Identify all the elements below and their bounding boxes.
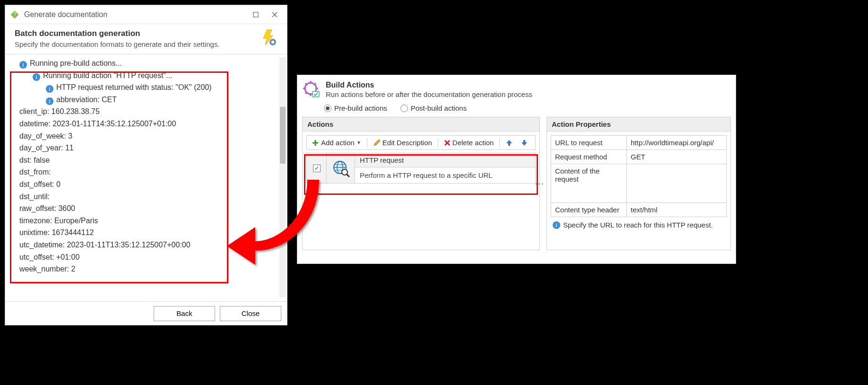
log-line: week_number: 2 <box>10 263 278 275</box>
log-line: dst_from: <box>10 166 278 178</box>
actions-header: Actions <box>303 117 539 131</box>
dialog-header-subtitle: Specify the documentation formats to gen… <box>15 40 256 48</box>
info-icon: i <box>46 97 53 105</box>
info-icon: i <box>33 73 40 81</box>
dialog-title: Generate documentation <box>24 10 246 19</box>
dialog-header-title: Batch documentation generation <box>15 29 256 38</box>
add-action-button[interactable]: Add action▼ <box>309 138 364 148</box>
prop-key: URL to request <box>551 136 627 150</box>
chevron-down-icon: ▼ <box>356 140 361 145</box>
scrollbar[interactable] <box>279 57 286 298</box>
dialog-footer: Back Close <box>5 301 287 325</box>
properties-header: Action Properties <box>547 117 730 131</box>
svg-text:?: ? <box>13 12 16 17</box>
log-line: dst: false <box>10 154 278 166</box>
svg-marker-20 <box>374 140 380 146</box>
lightning-gear-icon <box>260 29 278 46</box>
build-phase-radio-group: Pre-build actions Post-build actions <box>302 101 731 117</box>
generate-documentation-dialog: ? Generate documentation Batch documenta… <box>5 5 287 325</box>
move-down-button[interactable] <box>518 138 531 148</box>
close-window-button[interactable] <box>265 8 284 22</box>
panel-title: Build Actions <box>326 81 532 89</box>
arrow-down-icon <box>521 139 528 147</box>
log-line: client_ip: 160.238.38.75 <box>10 105 278 118</box>
globe-search-icon <box>327 153 355 183</box>
info-icon: i <box>19 61 27 69</box>
log-line: utc_datetime: 2023-01-11T13:35:12.125007… <box>10 239 278 251</box>
plus-icon <box>312 139 319 147</box>
actions-toolbar: Add action▼ Edit Description Delete acti… <box>306 135 536 150</box>
pencil-icon <box>373 139 381 147</box>
post-build-radio[interactable]: Post-build actions <box>400 104 467 112</box>
svg-line-31 <box>347 174 349 177</box>
log-line: timezone: Europe/Paris <box>10 215 278 227</box>
panel-header: Build Actions Run actions before or afte… <box>302 80 731 101</box>
action-properties-column: Action Properties URL to request http://… <box>547 117 731 250</box>
help-text: Specify the URL to reach for this HTTP r… <box>563 221 713 229</box>
log-line: utc_offset: +01:00 <box>10 251 278 263</box>
pre-build-radio[interactable]: Pre-build actions <box>324 104 387 112</box>
log-area: iRunning pre-build actions... iRunning b… <box>5 54 287 300</box>
action-description: Perform a HTTP request to a specific URL <box>355 167 535 183</box>
radio-label: Post-build actions <box>411 104 467 112</box>
panel-subtitle: Run actions before or after the document… <box>326 90 532 98</box>
app-icon: ? <box>10 10 19 19</box>
radio-icon <box>324 105 331 112</box>
build-actions-panel: Build Actions Run actions before or afte… <box>297 75 736 264</box>
prop-value-content[interactable] <box>627 164 727 203</box>
prop-value-url[interactable]: http://worldtimeapi.org/api/ <box>627 136 727 150</box>
radio-label: Pre-build actions <box>334 104 387 112</box>
delete-action-button[interactable]: Delete action <box>441 138 497 148</box>
gear-check-icon <box>303 81 320 98</box>
minimize-button[interactable] <box>246 8 265 22</box>
log-line: iHTTP request returned with status: "OK"… <box>10 81 278 94</box>
prop-value-ctype[interactable]: text/html <box>627 203 727 217</box>
log-line: dst_offset: 0 <box>10 178 278 191</box>
log-line: iRunning pre-build actions... <box>10 57 278 70</box>
arrow-up-icon <box>505 139 513 147</box>
back-button[interactable]: Back <box>154 306 215 321</box>
scrollbar-thumb[interactable] <box>280 107 286 164</box>
log-line: iabbreviation: CET <box>10 94 278 106</box>
action-row-http-request[interactable]: ✓ HTTP reques <box>306 153 536 184</box>
log-line: datetime: 2023-01-11T14:35:12.125007+01:… <box>10 118 278 130</box>
titlebar: ? Generate documentation <box>5 5 287 24</box>
info-icon: i <box>553 221 560 229</box>
dialog-header: Batch documentation generation Specify t… <box>5 24 287 54</box>
radio-icon <box>400 105 408 112</box>
log-line: iRunning build action "HTTP request"... <box>10 70 278 82</box>
svg-rect-2 <box>253 12 258 17</box>
move-up-button[interactable] <box>503 138 516 148</box>
edit-description-button[interactable]: Edit Description <box>370 138 435 148</box>
action-enabled-checkbox[interactable]: ✓ <box>313 165 321 172</box>
prop-key: Content of the request <box>551 164 627 203</box>
prop-key: Request method <box>551 150 627 164</box>
log-line: day_of_year: 11 <box>10 142 278 154</box>
svg-point-7 <box>271 41 274 44</box>
property-help: i Specify the URL to reach for this HTTP… <box>551 217 727 229</box>
info-icon: i <box>46 85 53 93</box>
close-button[interactable]: Close <box>220 306 281 321</box>
log-line: dst_until: <box>10 191 278 203</box>
properties-table: URL to request http://worldtimeapi.org/a… <box>551 135 727 217</box>
actions-column: Actions Add action▼ Edit Description <box>302 117 540 250</box>
log-line: raw_offset: 3600 <box>10 202 278 215</box>
prop-key: Content type header <box>551 203 627 217</box>
action-title: HTTP request <box>355 153 535 167</box>
log-line: day_of_week: 3 <box>10 130 278 142</box>
log-line: unixtime: 1673444112 <box>10 227 278 239</box>
delete-icon <box>444 140 451 146</box>
prop-value-method[interactable]: GET <box>627 150 727 164</box>
svg-marker-24 <box>521 140 527 146</box>
svg-marker-23 <box>506 140 512 146</box>
